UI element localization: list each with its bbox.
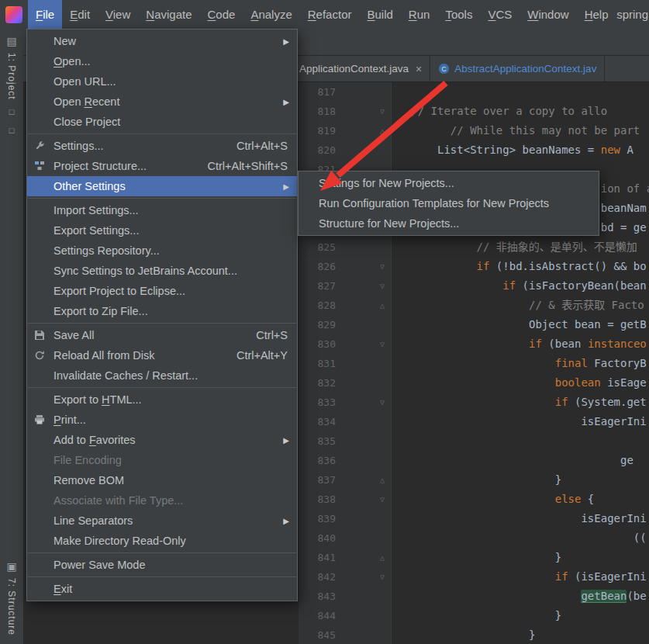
class-icon: C	[438, 63, 450, 74]
menu-item-line-separators[interactable]: Line Separators▶	[27, 511, 297, 531]
menu-item-sync-settings-to-jetbrains-account[interactable]: Sync Settings to JetBrains Account...	[27, 261, 297, 281]
gutter	[336, 625, 392, 644]
menu-item-make-directory-read-only[interactable]: Make Directory Read-Only	[27, 531, 297, 551]
menu-item-label: Save All	[54, 329, 94, 341]
gutter	[336, 431, 392, 451]
submenu-item-run-configuration-templates-for-new-projects[interactable]: Run Configuration Templates for New Proj…	[299, 193, 599, 213]
menubar-item-build[interactable]: Build	[359, 0, 400, 29]
menu-item-export-project-to-eclipse[interactable]: Export Project to Eclipse...	[27, 281, 297, 301]
menubar-item-refactor[interactable]: Refactor	[300, 0, 360, 29]
other-settings-submenu: Settings for New Projects...Run Configur…	[298, 171, 599, 236]
gutter-marker-icon[interactable]: ▽	[336, 276, 392, 296]
menu-item-open-recent[interactable]: Open Recent▶	[27, 92, 297, 112]
menu-item-print[interactable]: Print...	[27, 410, 297, 430]
menubar-item-label: Navigate	[146, 8, 192, 21]
menu-item-exit[interactable]: Exit	[27, 579, 297, 599]
menu-separator	[28, 387, 296, 388]
menubar-item-view[interactable]: View	[98, 0, 138, 29]
line-number: 839	[299, 509, 336, 528]
menu-item-settings-repository[interactable]: Settings Repository...	[27, 241, 297, 261]
gutter	[336, 528, 392, 548]
tool-window-icon[interactable]: □	[5, 106, 19, 117]
gutter-marker-icon[interactable]: ▽	[336, 334, 392, 354]
line-number: 838	[299, 490, 336, 509]
menu-item-import-settings[interactable]: Import Settings...	[27, 200, 297, 220]
code-text: final FactoryB	[392, 354, 649, 373]
gutter-marker-icon[interactable]: ▽	[336, 257, 392, 276]
menu-item-power-save-mode[interactable]: Power Save Mode	[27, 555, 297, 575]
menu-item-export-to-zip-file[interactable]: Export to Zip File...	[27, 301, 297, 321]
menu-item-label: Import Settings...	[54, 204, 139, 216]
menu-item-label: Export to HTML...	[54, 393, 142, 406]
code-text: if (System.get	[392, 393, 649, 412]
menu-item-close-project[interactable]: Close Project	[27, 112, 297, 132]
menu-item-open[interactable]: Open...	[27, 51, 297, 71]
line-number: 828	[299, 296, 336, 315]
menu-item-reload-all-from-disk[interactable]: Reload All from DiskCtrl+Alt+Y	[27, 345, 297, 365]
reload-icon	[34, 350, 45, 361]
submenu-item-structure-for-new-projects[interactable]: Structure for New Projects...	[299, 213, 599, 234]
gutter-marker-icon[interactable]: ▽	[336, 490, 392, 509]
code-text: ge	[392, 451, 649, 470]
menubar-item-file[interactable]: File	[28, 0, 62, 29]
menu-item-settings[interactable]: Settings...Ctrl+Alt+S	[27, 136, 297, 156]
menu-item-invalidate-caches-restart[interactable]: Invalidate Caches / Restart...	[27, 365, 297, 386]
submenu-item-settings-for-new-projects[interactable]: Settings for New Projects...	[299, 173, 599, 193]
code-line[interactable]: 844}	[23, 606, 649, 625]
menubar-item-help[interactable]: Help	[577, 0, 616, 29]
gutter-marker-icon[interactable]: ▽	[336, 102, 392, 121]
menubar-item-edit[interactable]: Edit	[62, 0, 98, 29]
menu-item-label: Sync Settings to JetBrains Account...	[54, 265, 237, 277]
gutter-marker-icon[interactable]: △	[336, 296, 392, 315]
tool-button-project[interactable]: 1: Project	[6, 53, 17, 100]
menubar-item-window[interactable]: Window	[520, 0, 576, 29]
gutter-marker-icon[interactable]: ▽	[336, 393, 392, 412]
tab-applicationcontext-java[interactable]: CApplicationContext.java×	[275, 56, 430, 81]
code-text: if (!bd.isAbstract() && bo	[392, 257, 649, 276]
floppy-icon	[34, 330, 45, 341]
tab-abstractapplicationcontext-jav[interactable]: CAbstractApplicationContext.jav	[430, 56, 605, 81]
code-line[interactable]: 845}	[23, 625, 649, 644]
tool-window-icon[interactable]: □	[5, 125, 19, 136]
menu-item-label: Export Project to Eclipse...	[54, 285, 185, 297]
menu-item-associate-with-file-type: Associate with File Type...	[27, 490, 297, 511]
tab-close-icon[interactable]: ×	[416, 63, 422, 75]
gutter-marker-icon[interactable]: ▽	[336, 567, 392, 587]
menubar-item-label: Analyze	[250, 8, 292, 21]
menu-item-other-settings[interactable]: Other Settings▶	[27, 176, 297, 196]
menu-item-export-to-html[interactable]: Export to HTML...	[27, 390, 297, 410]
menubar-item-vcs[interactable]: VCS	[480, 0, 520, 29]
code-text: Object bean = getB	[392, 315, 649, 334]
menu-item-label: Export to Zip File...	[54, 305, 148, 317]
code-text	[392, 431, 649, 451]
menu-item-shortcut: Ctrl+Alt+Y	[221, 349, 288, 362]
line-number: 844	[299, 606, 336, 625]
gutter-marker-icon[interactable]: △	[336, 470, 392, 490]
line-number: 834	[299, 412, 336, 431]
menu-item-export-settings[interactable]: Export Settings...	[27, 220, 297, 241]
menu-item-remove-bom[interactable]: Remove BOM	[27, 470, 297, 490]
menubar-item-analyze[interactable]: Analyze	[243, 0, 299, 29]
structure-tool-icon[interactable]: ▣	[5, 559, 19, 573]
submenu-arrow-icon: ▶	[283, 436, 289, 445]
line-number: 829	[299, 315, 336, 334]
menu-item-project-structure[interactable]: Project Structure...Ctrl+Alt+Shift+S	[27, 156, 297, 176]
menubar-item-tools[interactable]: Tools	[437, 0, 480, 29]
menubar-item-run[interactable]: Run	[401, 0, 438, 29]
code-text: }	[392, 606, 649, 625]
menu-item-save-all[interactable]: Save AllCtrl+S	[27, 325, 297, 345]
menu-item-new[interactable]: New▶	[27, 31, 297, 51]
menu-item-add-to-favorites[interactable]: Add to Favorites▶	[27, 430, 297, 450]
tool-button-structure[interactable]: 7: Structure	[6, 578, 17, 635]
gutter-marker-icon[interactable]: △	[336, 121, 392, 140]
menubar-item-code[interactable]: Code	[200, 0, 243, 29]
tab-label: ApplicationContext.java	[299, 63, 409, 74]
menubar-items: FileEditViewNavigateCodeAnalyzeRefactorB…	[28, 0, 616, 29]
menubar-item-navigate[interactable]: Navigate	[138, 0, 199, 29]
gutter-marker-icon[interactable]: △	[336, 548, 392, 567]
menu-item-open-url[interactable]: Open URL...	[27, 71, 297, 92]
line-number: 820	[299, 140, 336, 160]
code-text: boolean isEage	[392, 373, 649, 393]
project-tool-icon[interactable]: ▤	[5, 34, 19, 48]
gutter	[336, 587, 392, 606]
